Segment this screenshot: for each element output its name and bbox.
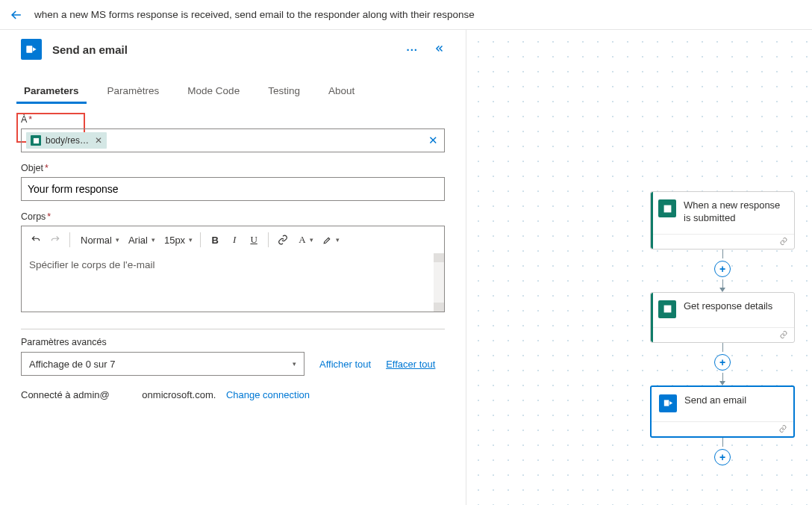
node-details-title: Get response details xyxy=(684,300,772,313)
tab-parameters[interactable]: Parameters xyxy=(16,79,87,104)
bold-icon[interactable]: B xyxy=(207,230,223,250)
tab-parametres[interactable]: Paramètres xyxy=(100,79,167,104)
undo-icon[interactable] xyxy=(28,230,44,250)
body-editor: Normal▾ Arial▾ 15px▾ B I U A▾ ▾ Spécifie… xyxy=(21,226,445,312)
body-placeholder: Spécifier le corps de l'e-mail xyxy=(29,259,154,270)
more-options-icon[interactable]: ··· xyxy=(406,43,418,56)
forms-token-icon xyxy=(31,135,41,146)
node-send-email[interactable]: Send an email xyxy=(650,385,795,438)
token-text: body/res… xyxy=(46,135,89,146)
subject-input[interactable] xyxy=(21,177,445,201)
outlook-icon xyxy=(21,39,42,60)
font-color-icon[interactable]: A▾ xyxy=(294,230,314,250)
link-icon xyxy=(779,237,788,246)
subject-label: Objet* xyxy=(21,163,445,173)
chevron-down-icon: ▾ xyxy=(293,360,296,368)
font-dropdown[interactable]: Arial▾ xyxy=(124,230,157,250)
add-step-button[interactable]: + xyxy=(714,354,731,371)
forms-icon xyxy=(658,300,676,318)
token-remove-icon[interactable]: ✕ xyxy=(95,135,102,146)
show-all-link[interactable]: Afficher tout xyxy=(319,359,371,370)
redo-icon[interactable] xyxy=(47,230,63,250)
editor-toolbar: Normal▾ Arial▾ 15px▾ B I U A▾ ▾ xyxy=(22,226,444,253)
outlook-icon xyxy=(659,394,677,412)
advanced-label: Paramètres avancés xyxy=(21,337,445,347)
advanced-select[interactable]: Affichage de 0 sur 7 ▾ xyxy=(21,352,304,376)
subject-input-field[interactable] xyxy=(28,183,438,195)
config-panel: Send an email ··· Parameters Paramètres … xyxy=(0,30,466,505)
svg-rect-3 xyxy=(663,306,671,313)
link-icon[interactable] xyxy=(275,230,291,250)
dynamic-token[interactable]: body/res… ✕ xyxy=(26,132,107,149)
action-title: Send an email xyxy=(52,43,406,56)
flow-title: when a new MS forms response is received… xyxy=(34,9,475,20)
svg-rect-1 xyxy=(33,137,38,143)
top-header: when a new MS forms response is received… xyxy=(0,0,812,30)
to-label: À* xyxy=(21,114,445,125)
body-textarea[interactable]: Spécifier le corps de l'e-mail xyxy=(22,253,444,312)
svg-rect-2 xyxy=(663,205,671,212)
tab-testing[interactable]: Testing xyxy=(260,79,307,104)
forms-icon xyxy=(658,199,676,217)
tab-about[interactable]: About xyxy=(321,79,362,104)
highlight-icon[interactable]: ▾ xyxy=(318,230,341,250)
connection-row: Connecté à admin@ onmicrosoft.com. Chang… xyxy=(21,389,445,400)
link-icon xyxy=(778,424,787,433)
body-label: Corps* xyxy=(21,211,445,222)
tab-bar: Parameters Paramètres Mode Code Testing … xyxy=(0,79,466,104)
svg-rect-0 xyxy=(26,46,32,52)
node-email-title: Send an email xyxy=(684,394,746,407)
add-step-button[interactable]: + xyxy=(714,261,731,277)
add-step-button[interactable]: + xyxy=(714,449,731,465)
svg-rect-4 xyxy=(663,400,669,406)
node-trigger[interactable]: When a new response is submitted xyxy=(650,191,795,250)
to-input[interactable]: body/res… ✕ ✕ xyxy=(21,128,445,152)
node-trigger-title: When a new response is submitted xyxy=(684,199,787,225)
flow-canvas[interactable]: When a new response is submitted + Get r… xyxy=(466,30,812,505)
back-arrow-icon[interactable] xyxy=(9,7,24,22)
size-dropdown[interactable]: 15px▾ xyxy=(160,230,194,250)
scrollbar[interactable] xyxy=(434,253,444,312)
style-dropdown[interactable]: Normal▾ xyxy=(76,230,121,250)
link-icon xyxy=(779,330,788,339)
collapse-panel-icon[interactable] xyxy=(434,43,445,56)
node-get-details[interactable]: Get response details xyxy=(650,292,795,343)
connection-prefix: Connecté à admin@ xyxy=(21,389,110,400)
clear-all-link[interactable]: Effacer tout xyxy=(386,359,435,370)
underline-icon[interactable]: U xyxy=(246,230,262,250)
tab-code[interactable]: Mode Code xyxy=(180,79,247,104)
italic-icon[interactable]: I xyxy=(226,230,243,250)
change-connection-link[interactable]: Change connection xyxy=(226,389,310,400)
clear-input-icon[interactable]: ✕ xyxy=(428,134,438,147)
connection-domain: onmicrosoft.com. xyxy=(142,389,216,400)
